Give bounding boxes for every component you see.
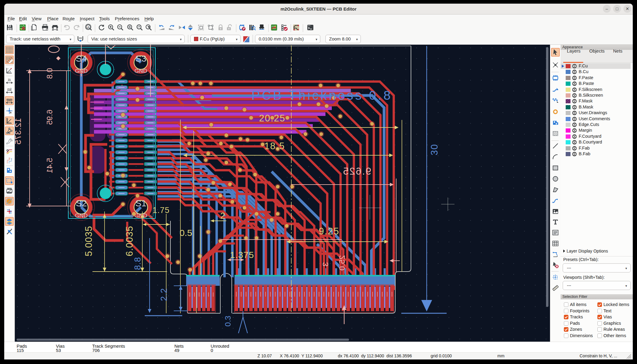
svg-text:5.0035: 5.0035 [83,226,94,256]
svg-text:5.41: 5.41 [45,158,54,173]
svg-text:S2: S2 [76,198,87,208]
svg-text:8.8: 8.8 [133,257,142,270]
svg-text:2: 2 [220,211,225,221]
svg-text:9.625: 9.625 [342,165,371,177]
svg-text:in: in [8,78,11,81]
svg-text:30: 30 [429,144,440,155]
svg-text:0.5: 0.5 [179,228,192,238]
svg-text:mm: mm [6,98,12,101]
svg-text:θ: θ [9,70,11,73]
svg-text:mil: mil [7,87,11,91]
svg-text:25.0: 25.0 [338,255,347,271]
svg-text:6.0035: 6.0035 [124,226,135,256]
svg-text:GND: GND [75,212,88,219]
svg-text:6.95: 6.95 [45,110,54,125]
svg-text:2.2: 2.2 [159,288,169,301]
svg-text:20.25: 20.25 [259,113,286,124]
svg-text:r: r [8,67,8,70]
svg-text:S3: S3 [135,53,147,63]
svg-text:S1: S1 [135,198,147,208]
svg-text:GND: GND [134,68,147,74]
svg-text:A: A [87,26,89,29]
svg-text:12.375: 12.375 [15,118,23,145]
svg-text:1.75: 1.75 [153,206,170,215]
svg-text:PCB Thickness 0.8: PCB Thickness 0.8 [251,88,393,102]
svg-text:18.5: 18.5 [264,141,285,151]
svg-text:3: 3 [321,262,330,266]
svg-text:0.3: 0.3 [223,316,232,327]
svg-text:9.25: 9.25 [319,226,339,237]
svg-text:1.375: 1.375 [230,250,254,260]
svg-text:0.8: 0.8 [45,68,54,79]
